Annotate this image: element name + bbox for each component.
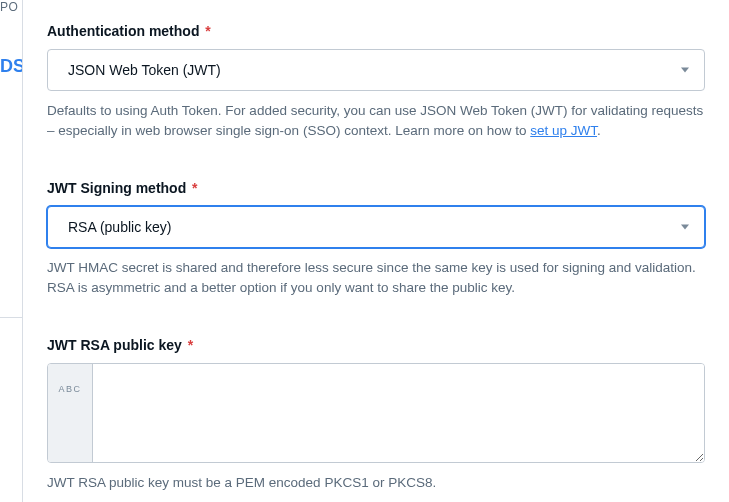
signing-method-label: JWT Signing method * xyxy=(47,180,705,196)
rsa-key-label-text: JWT RSA public key xyxy=(47,337,182,353)
rsa-key-textarea[interactable] xyxy=(93,364,704,462)
content-area: Authentication method * JSON Web Token (… xyxy=(47,23,705,502)
rsa-key-field: JWT RSA public key * ABC JWT RSA public … xyxy=(47,337,705,493)
rsa-key-textarea-container: ABC xyxy=(47,363,705,463)
signing-method-label-text: JWT Signing method xyxy=(47,180,186,196)
auth-method-help: Defaults to using Auth Token. For added … xyxy=(47,101,705,140)
signing-method-selected-value: RSA (public key) xyxy=(68,219,171,235)
required-indicator: * xyxy=(192,180,197,196)
auth-method-label: Authentication method * xyxy=(47,23,705,39)
required-indicator: * xyxy=(188,337,193,353)
signing-method-select-wrap: RSA (public key) xyxy=(47,206,705,248)
textarea-format-badge: ABC xyxy=(48,364,93,462)
sidebar-divider xyxy=(0,317,23,318)
sidebar-fragment: PO DS xyxy=(0,0,23,502)
signing-method-help: JWT HMAC secret is shared and therefore … xyxy=(47,258,705,297)
chevron-down-icon xyxy=(681,68,689,73)
auth-method-field: Authentication method * JSON Web Token (… xyxy=(47,23,705,140)
auth-method-label-text: Authentication method xyxy=(47,23,199,39)
chevron-down-icon xyxy=(681,225,689,230)
rsa-key-help: JWT RSA public key must be a PEM encoded… xyxy=(47,473,705,493)
required-indicator: * xyxy=(205,23,210,39)
auth-method-selected-value: JSON Web Token (JWT) xyxy=(68,62,221,78)
auth-method-select-wrap: JSON Web Token (JWT) xyxy=(47,49,705,91)
sidebar-text-fragment: PO xyxy=(0,0,18,14)
auth-method-help-pre: Defaults to using Auth Token. For added … xyxy=(47,103,703,138)
auth-method-select[interactable]: JSON Web Token (JWT) xyxy=(47,49,705,91)
setup-jwt-link[interactable]: set up JWT xyxy=(530,123,597,138)
signing-method-field: JWT Signing method * RSA (public key) JW… xyxy=(47,180,705,297)
signing-method-select[interactable]: RSA (public key) xyxy=(47,206,705,248)
rsa-key-label: JWT RSA public key * xyxy=(47,337,705,353)
auth-method-help-post: . xyxy=(597,123,601,138)
sidebar-heading-fragment: DS xyxy=(0,56,23,77)
